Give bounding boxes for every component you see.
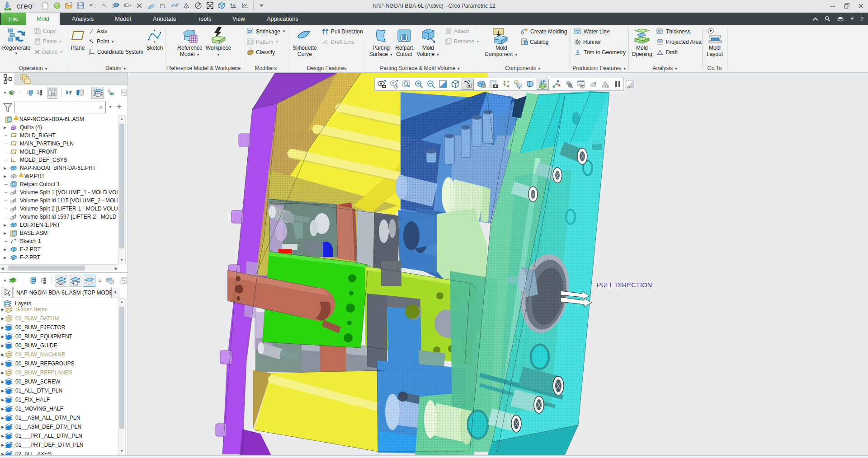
svg-text:3D: 3D	[657, 30, 661, 33]
